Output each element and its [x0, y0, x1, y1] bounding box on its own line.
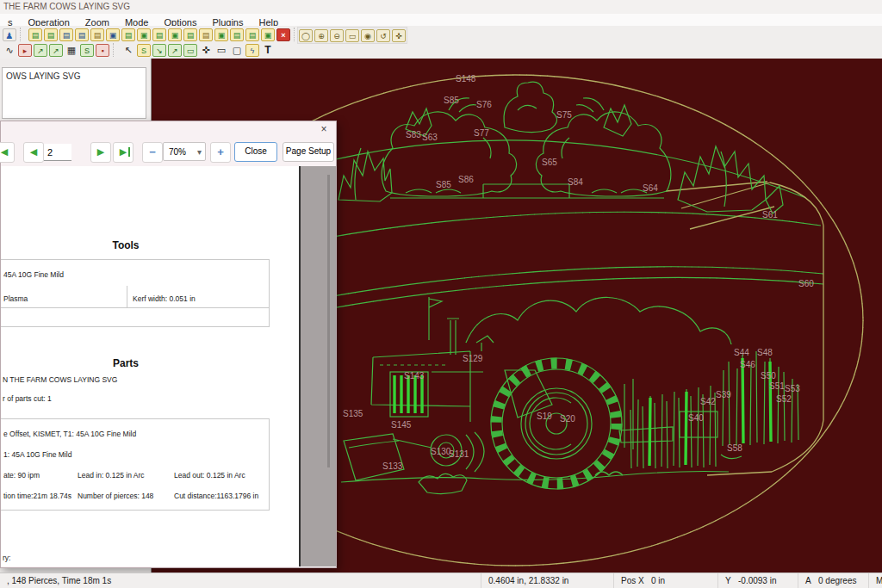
part-label-S61: S61: [762, 210, 778, 220]
add-operation-icon[interactable]: ▤: [183, 28, 197, 41]
page-number-input[interactable]: [44, 144, 71, 161]
zoom-level-select[interactable]: 70% ▾: [163, 142, 206, 161]
zoom-window-icon[interactable]: ▭: [345, 29, 359, 42]
edit-operation-icon[interactable]: ▤: [199, 28, 213, 41]
part-label-S19: S19: [537, 412, 552, 421]
move-origin-icon[interactable]: ✜: [199, 44, 213, 57]
close-icon[interactable]: ×: [317, 123, 331, 137]
move-operation-up-icon[interactable]: ▤: [230, 28, 244, 41]
preview-page: Tools 45A 10G Fine Mild Plasma Kerf widt…: [1, 166, 301, 566]
post-process-icon[interactable]: ♟: [3, 28, 16, 41]
feed-rate: ate: 90 ipm: [3, 471, 40, 480]
kerf-width: Kerf width: 0.051 in: [133, 294, 196, 303]
part-label-S135: S135: [343, 409, 363, 418]
paste-part-icon[interactable]: ▣: [137, 28, 151, 41]
open-part-icon[interactable]: ▤: [44, 28, 58, 41]
delete-icon[interactable]: ×: [276, 28, 290, 41]
edit-contour-icon[interactable]: ▸: [18, 44, 32, 57]
part-list[interactable]: OWS LAYING SVG: [2, 67, 146, 119]
dialog-toolbar: ◀ ◀ ▶ ▶ − 70% ▾ + Close Page Setup: [1, 139, 336, 166]
part-label-S51: S51: [769, 381, 785, 391]
part-label-S131: S131: [449, 449, 469, 459]
part-name: N THE FARM COWS LAYING SVG: [3, 375, 117, 384]
part-label-S50: S50: [761, 371, 776, 381]
lead-out: Lead out: 0.125 in Arc: [174, 471, 245, 480]
status-bar: , 148 Pierces, Time 18m 1s 0.4604 in, 21…: [0, 573, 882, 588]
save-part-icon[interactable]: ▤: [59, 28, 73, 41]
part-label-S40: S40: [688, 413, 704, 423]
part-label-S63: S63: [422, 133, 438, 142]
tools-heading: Tools: [1, 239, 251, 251]
copy-part-icon[interactable]: ▤: [121, 28, 135, 41]
text-tool-icon[interactable]: T: [261, 44, 275, 57]
rubber-band-icon[interactable]: ▢: [230, 44, 244, 57]
page-setup-button[interactable]: Page Setup: [283, 142, 334, 162]
last-page-glyph: ▶: [120, 146, 127, 157]
toolbar-row-2: ∿▸↗↗▦S▪↖S↘↗▭✜▭▢ϟT: [2, 42, 276, 58]
preview-scrollbar[interactable]: [327, 175, 330, 467]
zoom-extents-icon[interactable]: ◯: [299, 29, 313, 42]
select-contour-icon[interactable]: ↘: [152, 44, 166, 57]
previous-page-button[interactable]: ◀: [23, 142, 44, 163]
operation-time: tion time:21m 18.74s: [3, 492, 71, 500]
last-page-button[interactable]: ▶: [113, 142, 134, 163]
tool-name: 45A 10G Fine Mild: [3, 270, 64, 279]
status-dimensions: 0.4604 in, 21.8332 in: [481, 573, 613, 588]
part-label-S143: S143: [404, 371, 425, 381]
pan-view-icon[interactable]: ✜: [392, 29, 406, 42]
measure-icon[interactable]: ϟ: [245, 44, 259, 57]
next-page-button[interactable]: ▶: [90, 142, 111, 163]
toolbar-separator: [113, 43, 118, 57]
zoom-selected-icon[interactable]: ◉: [361, 29, 375, 42]
zoom-out-button[interactable]: −: [142, 142, 163, 163]
import-drawing-icon[interactable]: ▤: [75, 28, 89, 41]
nest-parts-icon[interactable]: ▣: [168, 28, 182, 41]
new-part-icon[interactable]: ▤: [28, 28, 42, 41]
start-point-icon[interactable]: S: [80, 44, 94, 57]
select-cursor-icon[interactable]: ↖: [121, 44, 135, 57]
lead-in: Lead in: 0.125 in Arc: [78, 471, 145, 480]
add-part-icon[interactable]: ▣: [106, 28, 120, 41]
part-label-S145: S145: [391, 420, 412, 430]
toolbar-separator: [20, 28, 25, 41]
origin-icon[interactable]: ▪: [96, 44, 109, 57]
duplicate-operation-icon[interactable]: ▣: [214, 28, 228, 41]
menu-bar: sOperationZoomModeOptionsPluginsHelp: [0, 14, 882, 26]
plate-icon[interactable]: ▦: [65, 44, 78, 57]
move-operation-down-icon[interactable]: ▤: [245, 28, 259, 41]
status-pos-x: Pos X 0 in: [613, 573, 717, 588]
reload-drawing-icon[interactable]: ▤: [90, 28, 104, 41]
part-label-S129: S129: [463, 354, 483, 363]
select-start-icon[interactable]: S: [137, 44, 151, 57]
dialog-title-bar[interactable]: ×: [1, 121, 336, 139]
zoom-in-button[interactable]: +: [210, 142, 231, 163]
part-label-S85: S85: [436, 180, 451, 189]
print-preview-dialog: × ◀ ◀ ▶ ▶ − 70% ▾ + Close Page Setup: [0, 121, 337, 568]
operation-line-1: e Offset, KISMET, T1: 45A 10G Fine Mild: [3, 430, 136, 438]
spline-tool-icon[interactable]: ∿: [3, 44, 16, 57]
first-page-button[interactable]: ◀: [0, 142, 15, 163]
move-part-icon[interactable]: ↗: [34, 44, 47, 57]
close-button[interactable]: Close: [234, 142, 277, 162]
preview-content: Tools 45A 10G Fine Mild Plasma Kerf widt…: [1, 166, 336, 566]
part-label-S148: S148: [456, 74, 476, 84]
part-label-S39: S39: [716, 390, 731, 399]
array-part-icon[interactable]: ▤: [152, 28, 166, 41]
tool-type: Plasma: [3, 294, 28, 303]
last-page-bar: [128, 147, 130, 157]
zoom-in-icon[interactable]: ⊕: [314, 29, 328, 42]
chevron-down-icon: ▾: [197, 143, 202, 161]
rotate-part-icon[interactable]: ↗: [49, 44, 63, 57]
part-label-S76: S76: [476, 100, 492, 109]
refresh-icon[interactable]: ▣: [261, 28, 275, 41]
select-part-icon[interactable]: ↗: [168, 44, 182, 57]
part-label-S53: S53: [785, 384, 800, 393]
zoom-previous-icon[interactable]: ↺: [376, 29, 390, 42]
table-divider-v: [127, 286, 127, 307]
select-rect-icon[interactable]: ▭: [183, 44, 197, 57]
toolbar-row-1: ♟▤▤▤▤▤▣▤▣▤▣▤▤▣▤▤▣×↺: [2, 27, 317, 42]
part-list-item[interactable]: OWS LAYING SVG: [6, 71, 81, 81]
toolbar-zoom-group: ◯⊕⊖▭◉↺✜: [297, 27, 407, 44]
pan-icon[interactable]: ▭: [214, 44, 228, 57]
zoom-out-icon[interactable]: ⊖: [330, 29, 344, 42]
